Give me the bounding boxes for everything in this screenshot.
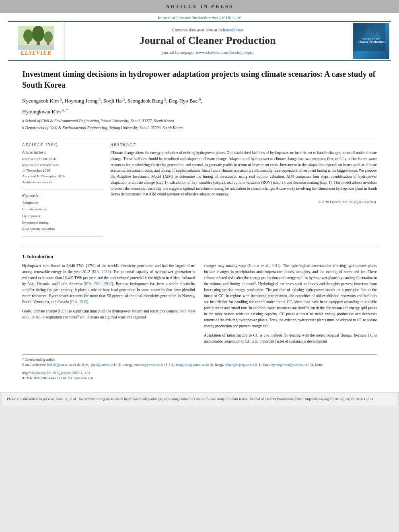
history-title: Article history: xyxy=(22,150,103,154)
article-in-press-banner: ARTICLE IN PRESS xyxy=(0,0,399,13)
abstract-text: Climate change alters the energy product… xyxy=(111,150,377,197)
intro-para-2: Global climate change (CC) has significa… xyxy=(22,308,195,320)
svg-rect-7 xyxy=(18,45,54,50)
paper-title: Investment timing decisions in hydropowe… xyxy=(22,69,377,90)
van-vliet-link[interactable]: van Vliet et al., 2016 xyxy=(22,309,195,319)
journal-ref-text: Journal of Cleaner Production xxx (2016)… xyxy=(158,15,241,20)
intro-col-left: Hydropower contributed to 3,646 TWh (17%… xyxy=(22,263,195,348)
elsevier-logo: ELSEVIER xyxy=(18,26,54,56)
svg-point-1 xyxy=(23,29,33,42)
iea-2015-link[interactable]: IEA, 2015 xyxy=(71,300,87,304)
affiliation-a: a School of Civil & Environmental Engine… xyxy=(22,118,377,124)
intro-section: 1. Introduction Hydropower contributed t… xyxy=(22,254,377,348)
cleaner-prod-badge: Journal of Cleaner Production xyxy=(353,23,389,59)
article-history-block: Article history: Received 22 June 2016 R… xyxy=(22,150,103,189)
affiliation-b: b Department of Civil & Environmental En… xyxy=(22,125,377,131)
banner-text: ARTICLE IN PRESS xyxy=(166,3,233,9)
journal-ref-line: Journal of Cleaner Production xxx (2016)… xyxy=(0,13,399,21)
intro-col-right: changes may notably vary (Kumar et al., … xyxy=(204,263,377,348)
intro-two-col: Hydropower contributed to 3,646 TWh (17%… xyxy=(22,263,377,348)
intro-para-4: Adaptation of infrastructure to CC is on… xyxy=(204,333,377,345)
journal-header-center: Contents lists available at ScienceDirec… xyxy=(64,22,351,60)
svg-rect-2 xyxy=(27,41,29,44)
issn-line: 0959-6526/© 2016 Elsevier Ltd. All right… xyxy=(22,376,377,380)
journal-homepage: journal homepage: www.elsevier.com/locat… xyxy=(162,50,254,55)
abstract-header: Abstract xyxy=(111,142,377,147)
page-wrapper: ARTICLE IN PRESS Journal of Cleaner Prod… xyxy=(0,0,399,406)
keywords-block: Keywords: Adaptation Climate scenario Hy… xyxy=(22,193,103,236)
badge-title: Cleaner Production xyxy=(358,40,385,44)
email1-link[interactable]: kim.ks@yonsei.ac.kr xyxy=(47,363,76,367)
article-info-col: Article Info Article history: Received 2… xyxy=(22,142,103,240)
svg-point-5 xyxy=(44,31,53,43)
article-info-abstract: Article Info Article history: Received 2… xyxy=(22,138,377,240)
journal-header-right: Journal of Cleaner Production xyxy=(351,22,391,60)
available-online: Available online xxx xyxy=(22,179,103,185)
citation-box: Please cite this article in press as: Ki… xyxy=(0,392,399,407)
section-divider xyxy=(22,247,377,247)
revised-date: 14 November 2016 xyxy=(22,168,103,173)
sciencedirect-link[interactable]: ScienceDirect xyxy=(218,27,243,32)
keyword-1: Adaptation xyxy=(22,199,103,206)
intro-para-1: Hydropower contributed to 3,646 TWh (17%… xyxy=(22,263,195,305)
tree-icon xyxy=(18,26,54,50)
iea-2010-link[interactable]: IEA, 2010, 2012 xyxy=(85,282,112,286)
svg-point-3 xyxy=(32,26,44,42)
accepted-date: Accepted 16 November 2016 xyxy=(22,173,103,179)
doi-line: http://dx.doi.org/10.1016/j.jclepro.2016… xyxy=(22,371,377,375)
eia-2016-link[interactable]: EIA, 2016 xyxy=(93,270,109,274)
journal-header: ELSEVIER Contents lists available at Sci… xyxy=(8,21,391,61)
svg-rect-6 xyxy=(47,42,49,45)
abstract-col: Abstract Climate change alters the energ… xyxy=(111,142,377,240)
received-revised-label: Received in revised form xyxy=(22,162,103,168)
intro-para-3: changes may notably vary (Kumar et al., … xyxy=(204,263,377,329)
article-info-header: Article Info xyxy=(22,142,103,147)
authors-line-2: Hyoungkwan Kim a, * xyxy=(22,107,377,116)
keyword-5: Real options valuation xyxy=(22,226,103,232)
corresponding-author: * Corresponding author. xyxy=(22,357,377,362)
keyword-4: Investment timing xyxy=(22,219,103,226)
email3-link[interactable]: susieha@yonsei.ac.kr xyxy=(134,363,164,367)
email2-link[interactable]: jhy0@yonsei.ac.kr xyxy=(91,363,117,367)
main-content: Investment timing decisions in hydropowe… xyxy=(0,61,399,388)
journal-main-title: Journal of Cleaner Production xyxy=(139,35,276,47)
keyword-2: Climate scenario xyxy=(22,206,103,212)
badge-mountain-icon xyxy=(353,23,385,51)
authors-line: Kyeongseok Kim a, Hoyoung Jeong a, Sooji… xyxy=(22,96,377,105)
contents-available: Contents lists available at ScienceDirec… xyxy=(172,27,243,32)
keywords-title: Keywords: xyxy=(22,193,103,198)
homepage-link[interactable]: www.elsevier.com/locate/jclepro xyxy=(195,50,253,55)
email6-link[interactable]: hyoungkwan@yonsei.ac.kr xyxy=(271,363,309,367)
copyright-line: © 2016 Elsevier Ltd. All rights reserved… xyxy=(111,200,377,204)
email5-link[interactable]: dhhae@sejong.ac.kr xyxy=(225,363,253,367)
svg-rect-4 xyxy=(37,41,40,45)
received-date: Received 22 June 2016 xyxy=(22,156,103,162)
keyword-3: Hydropower xyxy=(22,213,103,219)
email4-link[interactable]: bangdeok@yonsei.ac.kr xyxy=(176,363,209,367)
email-addresses: E-mail addresses: kim.ks@yonsei.ac.kr (K… xyxy=(22,362,377,368)
intro-title: 1. Introduction xyxy=(22,254,377,260)
elsevier-text: ELSEVIER xyxy=(21,50,51,56)
footnote-area: * Corresponding author. E-mail addresses… xyxy=(22,354,377,368)
journal-header-left: ELSEVIER xyxy=(8,22,64,60)
doi-link[interactable]: http://dx.doi.org/10.1016/j.jclepro.2016… xyxy=(22,371,90,375)
kumar-link[interactable]: Kumar et al., 2011 xyxy=(249,264,280,268)
